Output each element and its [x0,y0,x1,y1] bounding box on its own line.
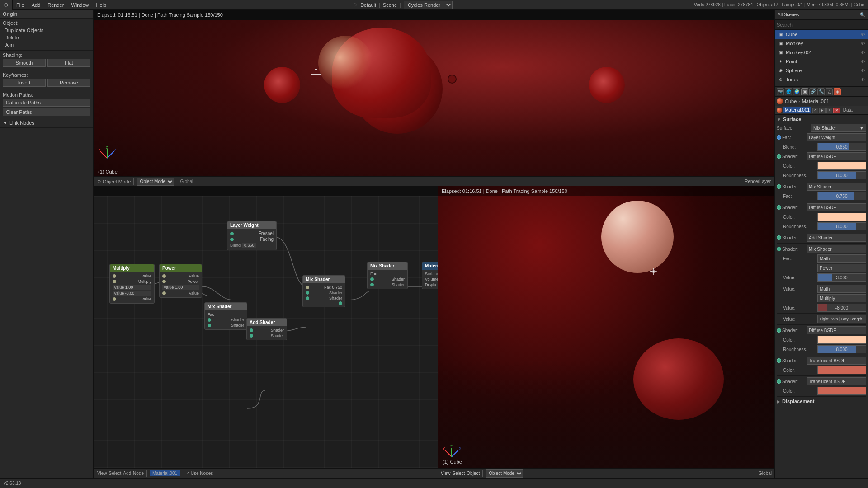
outliner-sphere-eye-icon[interactable]: 👁 [861,68,865,73]
svg-text:Z: Z [106,145,108,150]
node-multiply[interactable]: Multiply Value Multiply Value 1.00 Value… [109,264,155,304]
props-tab-render[interactable]: 📷 [777,88,784,95]
node-canvas[interactable]: Layer Weight Fresnel Facing Blend 0.650 … [94,196,438,468]
clear-paths-button[interactable]: Clear Paths [3,108,90,116]
color8-swatch[interactable] [817,387,866,395]
join-item[interactable]: Join [3,41,90,48]
calculate-paths-button[interactable]: Calculate Paths [3,99,90,107]
outliner-monkey001-eye-icon[interactable]: 👁 [861,50,865,55]
viewport-global-select[interactable]: Global [180,179,193,184]
shader4-dropdown[interactable]: Add Shader [807,234,866,242]
node-editor-material-name[interactable]: Material.001 [150,470,180,476]
menu-render[interactable]: Render [44,0,67,10]
value6-multiply-dropdown[interactable]: Multiply [817,294,866,302]
node-add-shader[interactable]: Add Shader Shader Shader [246,318,287,340]
color3-swatch[interactable] [817,213,866,221]
shader7-dropdown[interactable]: Translucent BSDF [807,357,866,365]
menu-add[interactable]: Add [28,0,44,10]
shader5-dropdown[interactable]: Mix Shader [807,245,866,253]
node-editor-node-menu[interactable]: Node [133,471,144,476]
outliner-item-monkey[interactable]: ▣ Monkey 👁 [775,39,868,48]
duplicate-objects-item[interactable]: Duplicate Objects [3,27,90,34]
node-editor-add-menu[interactable]: Add [123,471,131,476]
color6-swatch[interactable] [817,336,866,344]
fac2-slider[interactable]: 0.750 [817,192,866,200]
viewport-top-canvas[interactable]: X Y Z [94,20,774,176]
outliner-item-point[interactable]: ✦ Point 👁 [775,57,868,66]
props-tab-data[interactable]: △ [826,88,833,95]
props-tab-constraints[interactable]: 🔗 [809,88,816,95]
roughness3-slider[interactable]: 8.000 [817,222,866,230]
smooth-button[interactable]: Smooth [3,59,46,67]
material-delete-btn[interactable]: ✕ [833,108,840,113]
props-tab-object[interactable]: ▣ [801,88,808,95]
viewport-bottom-mode-select[interactable]: Object Mode [486,469,523,478]
viewport-bottom-global[interactable]: Global [759,471,772,476]
fac-value[interactable]: Layer Weight [807,133,866,141]
blend-slider[interactable]: 0.650 [817,143,866,151]
outliner-search-input[interactable] [777,22,866,28]
viewport-bottom-object-menu[interactable]: Object [467,471,480,476]
material-new-btn[interactable]: + [826,108,832,113]
outliner-monkey-eye-icon[interactable]: 👁 [861,41,865,46]
node-editor-use-nodes[interactable]: ✓ Use Nodes [186,471,213,476]
props-tab-world[interactable]: 🌍 [793,88,800,95]
color1-swatch[interactable] [817,162,866,170]
delete-item[interactable]: Delete [3,34,90,41]
value5-slider[interactable]: 3.000 [817,273,866,282]
outliner-item-monkey001[interactable]: ▣ Monkey.001 👁 [775,48,868,57]
displacement-collapse-icon[interactable]: ▶ [777,399,780,404]
outliner-search-bar[interactable] [775,20,868,30]
outliner-torus-eye-icon[interactable]: 👁 [861,77,865,82]
power-dropdown[interactable]: Power [817,264,866,272]
outliner-item-torus[interactable]: ⊙ Torus 👁 [775,75,868,84]
outliner-item-sphere[interactable]: ◉ Sphere 👁 [775,66,868,75]
value7-lightpath[interactable]: Light Path | Ray Length [817,315,866,323]
node-power[interactable]: Power Value Power Value 1.00 Value [159,264,202,298]
viewport-mode-select[interactable]: Object Mode Edit Mode [137,178,174,186]
material-data-tab[interactable]: Data [843,108,853,113]
shader6-dropdown[interactable]: Diffuse BSDF [807,326,866,334]
surface-collapse-icon[interactable]: ▼ [777,117,781,122]
roughness6-slider[interactable]: 8.000 [817,345,866,353]
color7-swatch[interactable] [817,366,866,374]
outliner-cube-eye-icon[interactable]: 👁 [861,32,865,37]
material-fake-user-btn[interactable]: F [819,108,826,113]
node-editor-select-menu[interactable]: Select [109,471,122,476]
shader3-dropdown[interactable]: Diffuse BSDF [807,203,866,211]
node-layer-weight[interactable]: Layer Weight Fresnel Facing Blend 0.650 [227,221,277,250]
node-editor-view-menu[interactable]: View [97,471,107,476]
link-nodes-section: ▼ Link Nodes [0,118,93,128]
shader2-dropdown[interactable]: Mix Shader [807,183,866,191]
node-mix-shader-3[interactable]: Mix Shader Fac Shader Shader [367,262,408,289]
props-tab-material[interactable]: ◈ [834,88,841,95]
shader1-dropdown[interactable]: Diffuse BSDF [807,152,866,160]
props-tab-modifiers[interactable]: 🔧 [817,88,825,95]
fac5-math-dropdown[interactable]: Math [817,254,866,263]
node-mix-shader-2[interactable]: Mix Shader Fac 0.750 Shader Shader [302,275,345,307]
remove-button[interactable]: Remove [47,79,90,87]
outliner-point-eye-icon[interactable]: 👁 [861,59,865,64]
outliner-search-icon[interactable]: 🔍 [860,12,865,17]
menu-help[interactable]: Help [93,0,110,10]
render-engine-select[interactable]: Cycles Render Blender Render [404,1,453,9]
menu-file[interactable]: File [13,0,28,10]
insert-button[interactable]: Insert [3,79,46,87]
viewport-bottom-select-menu[interactable]: Select [453,471,465,476]
menu-window[interactable]: Window [67,0,92,10]
node-material-output[interactable]: Material Surface Volume Displa... [422,262,438,289]
viewport-bottom-render[interactable]: X Y Z [438,186,774,478]
outliner-item-cube[interactable]: ▣ Cube 👁 [775,30,868,39]
surface-type-dropdown[interactable]: Mix Shader ▼ [811,124,866,132]
value6-math-dropdown[interactable]: Math [817,285,866,293]
viewport-bottom-view-menu[interactable]: View [441,471,451,476]
value6-slider[interactable]: -8.000 [817,304,866,312]
material-name-field[interactable]: Material.001 [783,107,811,113]
flat-button[interactable]: Flat [47,59,90,67]
viewport-menu-view[interactable]: Object Mode [103,179,131,184]
shader8-dropdown[interactable]: Translucent BSDF [807,377,866,385]
node-mix-shader-1[interactable]: Mix Shader Fac Shader Shader [204,302,247,330]
roughness1-slider[interactable]: 8.000 [817,171,866,179]
link-nodes-toggle[interactable]: ▼ Link Nodes [3,120,90,126]
props-tab-scene[interactable]: 🌐 [785,88,792,95]
